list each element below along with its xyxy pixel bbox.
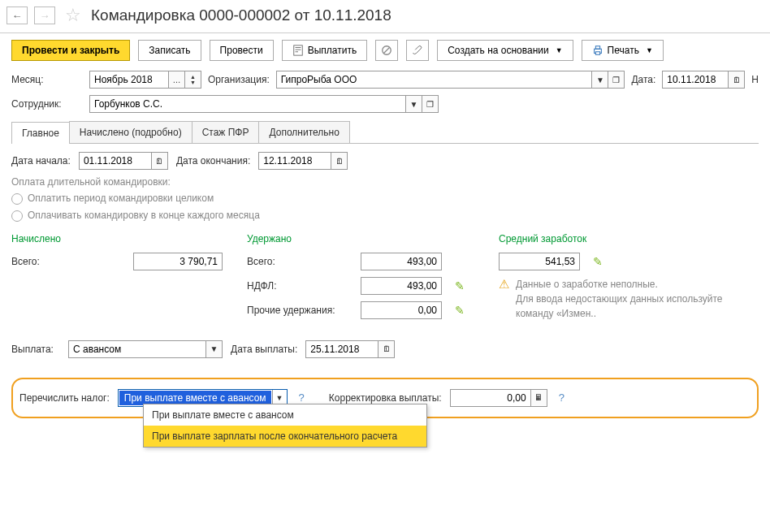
- employee-dropdown-button[interactable]: ▼: [406, 95, 422, 113]
- payout-input[interactable]: [68, 340, 206, 358]
- org-input[interactable]: [276, 71, 593, 89]
- tab-extra[interactable]: Дополнительно: [258, 121, 349, 143]
- ndfl-label: НДФЛ:: [247, 280, 353, 292]
- nav-back[interactable]: ←: [6, 6, 28, 24]
- calendar-icon[interactable]: 🗓: [331, 152, 348, 170]
- nav-forward[interactable]: →: [34, 6, 55, 24]
- edit-pencil-icon[interactable]: ✎: [593, 255, 603, 268]
- svg-line-5: [384, 48, 390, 54]
- radio-option-1[interactable]: Оплатить период командировки целиком: [11, 192, 759, 205]
- calendar-icon[interactable]: 🗓: [729, 71, 745, 89]
- date-input-group: 🗓: [662, 71, 745, 89]
- corr-input[interactable]: [450, 389, 531, 407]
- warning-icon: ⚠: [499, 277, 509, 321]
- favorite-star-icon[interactable]: ☆: [65, 5, 81, 26]
- n-label: Н: [751, 74, 759, 85]
- end-date-input[interactable]: [258, 152, 331, 170]
- payout-dropdown-button[interactable]: ▼: [206, 340, 223, 358]
- attachment-button[interactable]: [406, 40, 429, 61]
- deducted-header: Удержано: [247, 233, 474, 244]
- long-trip-label: Оплата длительной командировки:: [11, 176, 759, 188]
- avg-input[interactable]: [499, 253, 580, 270]
- tab-main[interactable]: Главное: [11, 122, 70, 144]
- calendar-icon[interactable]: 🗓: [152, 152, 168, 170]
- month-select-button[interactable]: …: [169, 71, 185, 89]
- attach-button[interactable]: [375, 40, 398, 61]
- ndfl-input[interactable]: [361, 277, 442, 295]
- help-icon[interactable]: ?: [299, 391, 305, 404]
- month-label: Месяц:: [11, 74, 83, 85]
- payout-label: Выплата:: [11, 344, 60, 355]
- date-label: Дата:: [631, 74, 655, 85]
- date-input[interactable]: [662, 71, 729, 89]
- month-input-group: … ▲▼: [89, 71, 201, 89]
- dropdown-option-2[interactable]: При выплате зарплаты после окончательног…: [144, 426, 426, 447]
- payout-date-input[interactable]: [305, 340, 379, 358]
- employee-open-button[interactable]: ❐: [422, 95, 439, 113]
- paperclip-icon: [412, 45, 423, 56]
- chevron-down-icon: ▼: [646, 46, 653, 54]
- receipt-icon: [292, 45, 304, 56]
- avg-header: Средний заработок: [499, 233, 759, 244]
- org-open-button[interactable]: ❐: [608, 71, 625, 89]
- edit-pencil-icon[interactable]: ✎: [455, 304, 465, 317]
- dropdown-option-1[interactable]: При выплате вместе с авансом: [144, 404, 426, 426]
- radio-icon: [11, 193, 23, 205]
- month-spinner[interactable]: ▲▼: [185, 71, 201, 89]
- radio-icon: [11, 210, 23, 222]
- help-icon[interactable]: ?: [559, 391, 565, 404]
- other-ded-label: Прочие удержания:: [247, 305, 353, 316]
- printer-icon: [592, 45, 603, 56]
- tax-transfer-highlight: Перечислить налог: При выплате вместе с …: [11, 378, 759, 418]
- other-ded-input[interactable]: [361, 301, 442, 319]
- accrued-header: Начислено: [11, 233, 223, 244]
- chevron-down-icon: ▼: [556, 46, 563, 54]
- start-date-input[interactable]: [79, 152, 152, 170]
- corr-label: Корректировка выплаты:: [329, 392, 442, 404]
- org-label: Организация:: [208, 74, 270, 85]
- create-based-on-button[interactable]: Создать на основании▼: [437, 40, 573, 61]
- save-button[interactable]: Записать: [138, 40, 201, 61]
- post-button[interactable]: Провести: [210, 40, 274, 61]
- warning-text: Данные о заработке неполные. Для ввода н…: [516, 277, 759, 321]
- calendar-icon[interactable]: 🗓: [379, 340, 395, 358]
- ded-total-input[interactable]: [361, 253, 442, 270]
- start-date-label: Дата начала:: [11, 155, 71, 167]
- calc-icon[interactable]: 🖩: [531, 389, 547, 407]
- svg-rect-8: [595, 52, 599, 55]
- tax-transfer-label: Перечислить налог:: [19, 392, 110, 404]
- month-input[interactable]: [89, 71, 169, 89]
- page-title: Командировка 0000-000002 от 10.11.2018: [91, 6, 391, 24]
- post-and-close-button[interactable]: Провести и закрыть: [11, 40, 130, 61]
- ded-total-label: Всего:: [247, 256, 353, 267]
- accrued-total-label: Всего:: [11, 256, 60, 267]
- svg-rect-0: [293, 45, 302, 55]
- tax-transfer-dropdown: При выплате вместе с авансом При выплате…: [143, 404, 427, 448]
- tab-accrued[interactable]: Начислено (подробно): [69, 121, 192, 143]
- radio-option-2[interactable]: Оплачивать командировку в конце каждого …: [11, 210, 759, 222]
- employee-label: Сотрудник:: [11, 98, 83, 110]
- payout-date-label: Дата выплаты:: [231, 344, 297, 355]
- stop-icon: [381, 45, 392, 56]
- svg-rect-7: [595, 46, 599, 50]
- end-date-label: Дата окончания:: [176, 155, 250, 167]
- print-button[interactable]: Печать▼: [582, 40, 664, 61]
- pay-button[interactable]: Выплатить: [282, 40, 368, 61]
- tab-pfr[interactable]: Стаж ПФР: [192, 121, 260, 143]
- org-dropdown-button[interactable]: ▼: [592, 71, 608, 89]
- employee-input-group: ▼ ❐: [89, 95, 439, 113]
- accrued-total-input[interactable]: [133, 253, 223, 270]
- employee-input[interactable]: [89, 95, 406, 113]
- edit-pencil-icon[interactable]: ✎: [455, 279, 465, 292]
- org-input-group: ▼ ❐: [276, 71, 625, 89]
